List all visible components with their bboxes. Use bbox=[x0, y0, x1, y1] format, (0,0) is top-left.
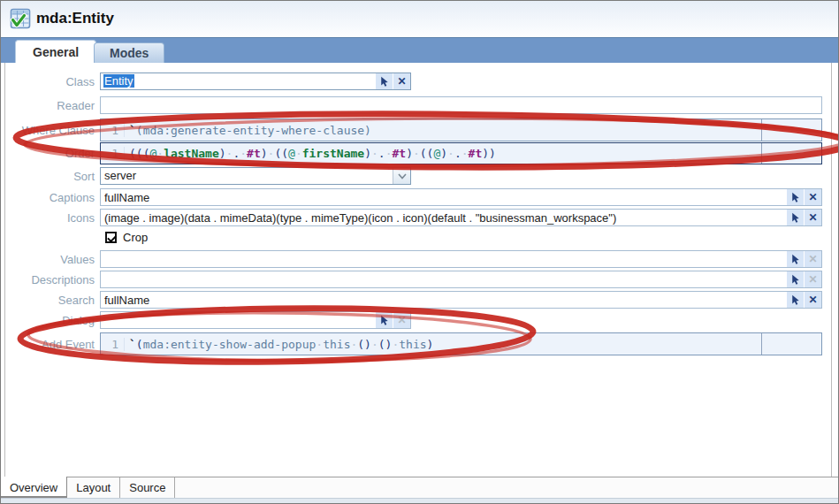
captions-clear-button[interactable]: ✕ bbox=[805, 189, 821, 205]
row-add-event: Add Event 1 `(mda:entity-show-add-popup·… bbox=[1, 332, 822, 355]
select-arrow-icon bbox=[378, 76, 390, 88]
line-number: 1 bbox=[101, 124, 125, 137]
clear-x-icon: ✕ bbox=[808, 274, 817, 285]
field-label-icons: Icons bbox=[1, 211, 100, 225]
add-event-side-cell bbox=[761, 333, 821, 355]
field-label-order: Order bbox=[1, 147, 100, 160]
field-label-dialog: Dialog bbox=[1, 314, 100, 327]
reader-input[interactable] bbox=[100, 96, 822, 114]
where-clause-code[interactable]: `(mda:generate-entity-where-clause) bbox=[125, 124, 761, 137]
order-side-cell bbox=[761, 143, 821, 164]
select-arrow-icon bbox=[789, 274, 801, 286]
row-sort: Sort server bbox=[1, 167, 411, 185]
dialog-input[interactable] bbox=[100, 311, 411, 329]
dialog-picker: ✕ bbox=[375, 312, 410, 328]
field-label-add-event: Add Event bbox=[1, 338, 100, 351]
field-label-sort: Sort bbox=[1, 170, 100, 183]
row-dialog: Dialog ✕ bbox=[1, 311, 411, 329]
window-header: mda:Entity bbox=[1, 1, 838, 37]
where-clause-side-cell bbox=[761, 119, 821, 141]
field-label-values: Values bbox=[1, 253, 100, 266]
clear-x-icon: ✕ bbox=[397, 315, 406, 325]
tab-general[interactable]: General bbox=[15, 40, 96, 63]
field-label-captions: Captions bbox=[1, 191, 100, 204]
line-number: 1 bbox=[101, 147, 125, 160]
descriptions-pick-arrow-button[interactable] bbox=[787, 271, 804, 287]
select-arrow-icon bbox=[789, 192, 801, 203]
captions-picker: ✕ bbox=[786, 189, 821, 205]
class-picker: ✕ bbox=[375, 73, 410, 89]
captions-input[interactable] bbox=[100, 188, 822, 206]
select-arrow-icon bbox=[378, 315, 390, 326]
field-label-class: Class bbox=[1, 75, 100, 88]
clear-x-icon: ✕ bbox=[808, 254, 817, 264]
line-number: 1 bbox=[101, 338, 125, 351]
captions-pick-arrow-button[interactable] bbox=[787, 189, 804, 205]
field-label-where-clause: Where Clause bbox=[1, 124, 100, 137]
descriptions-input[interactable] bbox=[100, 271, 822, 288]
crop-checkbox[interactable] bbox=[105, 232, 117, 243]
row-values: Values ✕ bbox=[1, 250, 822, 268]
select-arrow-icon bbox=[789, 254, 801, 265]
tab-modes[interactable]: Modes bbox=[94, 42, 164, 63]
class-clear-button[interactable]: ✕ bbox=[393, 73, 410, 89]
chevron-down-icon bbox=[398, 173, 407, 179]
dialog-clear-button-disabled: ✕ bbox=[393, 312, 410, 328]
row-class: Class Entity ✕ bbox=[1, 73, 411, 90]
class-input[interactable]: Entity bbox=[100, 73, 411, 90]
row-captions: Captions ✕ bbox=[1, 188, 822, 206]
row-icons: Icons ✕ bbox=[1, 209, 822, 226]
field-label-descriptions: Descriptions bbox=[1, 273, 100, 286]
clear-x-icon: ✕ bbox=[808, 212, 817, 223]
search-input[interactable] bbox=[100, 291, 822, 309]
row-descriptions: Descriptions ✕ bbox=[1, 271, 822, 288]
row-reader: Reader bbox=[1, 96, 822, 114]
sort-dropdown[interactable]: server bbox=[100, 167, 411, 185]
search-clear-button[interactable]: ✕ bbox=[805, 292, 821, 308]
select-arrow-icon bbox=[789, 294, 801, 306]
values-picker: ✕ bbox=[786, 251, 821, 267]
search-pick-arrow-button[interactable] bbox=[787, 292, 804, 308]
add-event-code-editor[interactable]: 1 `(mda:entity-show-add-popup·this·()·()… bbox=[100, 332, 822, 355]
icons-picker: ✕ bbox=[786, 210, 821, 225]
field-label-reader: Reader bbox=[1, 99, 100, 112]
crop-checkbox-label: Crop bbox=[123, 231, 148, 244]
row-order: Order 1 (((@·lastName)·.·#t)·((@·firstNa… bbox=[1, 142, 822, 164]
add-event-code[interactable]: `(mda:entity-show-add-popup·this·()·()·t… bbox=[125, 338, 761, 351]
window-title: mda:Entity bbox=[36, 10, 114, 27]
class-value-selected: Entity bbox=[103, 74, 134, 88]
tab-source[interactable]: Source bbox=[120, 477, 175, 498]
entity-editor-window: mda:Entity General Modes Class Entity ✕ … bbox=[0, 0, 839, 504]
descriptions-picker: ✕ bbox=[786, 271, 821, 287]
icons-clear-button[interactable]: ✕ bbox=[805, 210, 821, 225]
select-arrow-icon bbox=[789, 212, 801, 224]
entity-table-icon bbox=[10, 8, 31, 29]
search-picker: ✕ bbox=[786, 292, 821, 308]
sort-selected-value: server bbox=[101, 168, 410, 183]
where-clause-code-editor[interactable]: 1 `(mda:generate-entity-where-clause) bbox=[100, 118, 822, 141]
values-input[interactable] bbox=[100, 250, 822, 268]
row-where-clause: Where Clause 1 `(mda:generate-entity-whe… bbox=[1, 118, 822, 141]
row-crop: Crop bbox=[105, 231, 148, 244]
class-pick-arrow-button[interactable] bbox=[376, 73, 393, 89]
field-label-search: Search bbox=[1, 294, 100, 307]
panel-border-right bbox=[831, 63, 832, 495]
descriptions-clear-button-disabled: ✕ bbox=[805, 271, 821, 287]
sort-dropdown-button[interactable] bbox=[393, 168, 410, 184]
clear-x-icon: ✕ bbox=[397, 76, 406, 87]
bottom-tab-bar: Overview Layout Source bbox=[1, 477, 838, 498]
tab-layout[interactable]: Layout bbox=[67, 477, 120, 498]
values-pick-arrow-button[interactable] bbox=[787, 251, 804, 267]
order-code[interactable]: (((@·lastName)·.·#t)·((@·firstName)·.·#t… bbox=[125, 147, 761, 160]
values-clear-button-disabled: ✕ bbox=[805, 251, 821, 267]
top-tab-bar: General Modes bbox=[1, 37, 838, 63]
icons-pick-arrow-button[interactable] bbox=[787, 210, 804, 225]
clear-x-icon: ✕ bbox=[808, 294, 817, 305]
bottom-status-strip bbox=[1, 498, 838, 504]
order-code-editor[interactable]: 1 (((@·lastName)·.·#t)·((@·firstName)·.·… bbox=[100, 142, 822, 164]
dialog-pick-arrow-button[interactable] bbox=[376, 312, 393, 328]
clear-x-icon: ✕ bbox=[808, 192, 817, 202]
row-search: Search ✕ bbox=[1, 291, 822, 309]
icons-input[interactable] bbox=[100, 209, 822, 226]
tab-overview[interactable]: Overview bbox=[1, 477, 67, 498]
